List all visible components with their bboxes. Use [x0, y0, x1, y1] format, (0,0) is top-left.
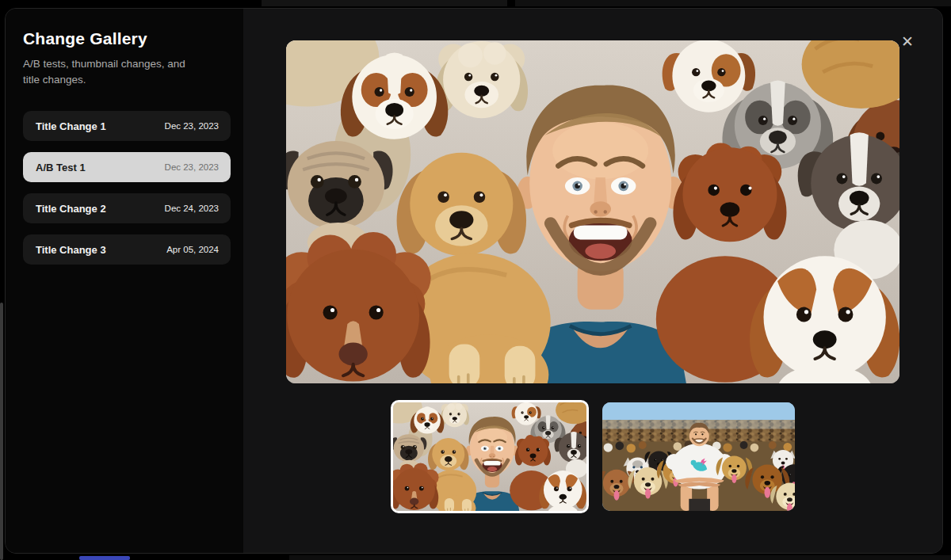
variant-thumbnail-a-selected[interactable] [391, 400, 589, 513]
main-thumbnail-preview [286, 40, 899, 383]
change-item-label: Title Change 1 [36, 120, 106, 132]
variant-row [391, 400, 795, 513]
change-item-label: A/B Test 1 [36, 162, 86, 173]
change-item-title-change-3[interactable]: Title Change 3 Apr 05, 2024 [23, 234, 231, 265]
variant-thumbnail-b[interactable] [602, 402, 795, 511]
preview-panel: ✕ [243, 9, 942, 553]
change-item-ab-test-1[interactable]: A/B Test 1 Dec 23, 2023 [23, 152, 231, 182]
modal-subtitle: A/B tests, thumbnail changes, and title … [23, 56, 196, 87]
change-gallery-modal: Change Gallery A/B tests, thumbnail chan… [5, 8, 943, 554]
change-item-title-change-1[interactable]: Title Change 1 Dec 23, 2023 [23, 111, 231, 141]
close-icon[interactable]: ✕ [896, 31, 919, 53]
change-item-title-change-2[interactable]: Title Change 2 Dec 24, 2023 [23, 193, 231, 223]
change-list: Title Change 1 Dec 23, 2023 A/B Test 1 D… [23, 111, 231, 265]
change-item-date: Dec 23, 2023 [165, 121, 219, 131]
backdrop-strip [262, 0, 507, 6]
page: Change Gallery A/B tests, thumbnail chan… [0, 0, 951, 560]
backdrop-strip [515, 0, 951, 6]
change-item-date: Dec 24, 2023 [165, 204, 219, 213]
change-item-date: Dec 23, 2023 [165, 162, 219, 172]
change-gallery-sidebar: Change Gallery A/B tests, thumbnail chan… [6, 9, 243, 553]
backdrop-strip [289, 555, 951, 560]
change-item-date: Apr 05, 2024 [166, 245, 219, 254]
modal-title: Change Gallery [23, 29, 231, 48]
change-item-label: Title Change 2 [36, 203, 106, 215]
page-scrollbar [0, 303, 3, 560]
change-item-label: Title Change 3 [36, 244, 106, 256]
backdrop-accent-bar [79, 556, 130, 560]
